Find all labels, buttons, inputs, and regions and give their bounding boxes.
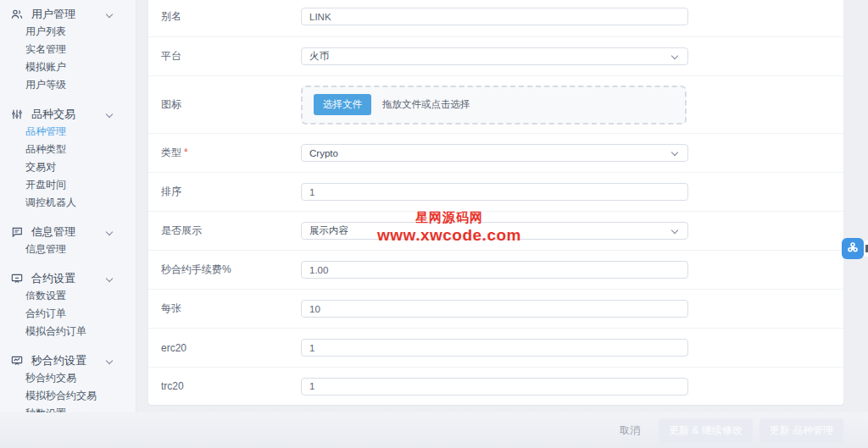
field-label-type: 类型* — [148, 146, 301, 160]
edge-panel-sliver[interactable] — [864, 241, 868, 257]
per-lot-input[interactable] — [301, 300, 688, 318]
choose-file-button[interactable]: 选择文件 — [314, 94, 371, 115]
sidebar-item[interactable]: 用户等级 — [0, 76, 136, 94]
update-button[interactable]: 更新 品种管理 — [760, 418, 843, 443]
floating-widget-button[interactable] — [842, 238, 864, 259]
type-select-value: Crypto — [309, 148, 338, 158]
display-select[interactable]: 展示内容 — [301, 222, 688, 240]
sidebar-item[interactable]: 倍数设置 — [0, 287, 136, 305]
second-contract-fee-input[interactable] — [301, 261, 688, 279]
sidebar-item[interactable]: 模拟合约订单 — [0, 323, 136, 340]
chevron-down-icon — [106, 275, 113, 282]
field-control — [301, 183, 688, 201]
sidebar-item[interactable]: 信息管理 — [0, 241, 136, 258]
sidebar-section-label: 用户管理 — [31, 7, 75, 22]
field-label-second-contract-fee: 秒合约手续费% — [148, 263, 301, 277]
message-icon — [9, 224, 24, 239]
sidebar-section-3[interactable]: 合约设置 — [0, 269, 136, 287]
sidebar-item[interactable]: 品种管理 — [0, 123, 136, 141]
icon-upload-dropzone[interactable]: 选择文件拖放文件或点击选择 — [301, 86, 687, 124]
field-control — [301, 339, 688, 357]
form-row-sort: 排序 — [148, 172, 843, 211]
cluster-nodes-icon — [846, 241, 860, 257]
form-row-erc20: erc20 — [148, 328, 843, 367]
sidebar: 用户管理用户列表实名管理模拟账户用户等级品种交易品种管理品种类型交易对开盘时间调… — [0, 0, 136, 448]
platform-select-value: 火币 — [309, 50, 329, 63]
upload-hint-text: 拖放文件或点击选择 — [382, 98, 470, 111]
sidebar-section-label: 秒合约设置 — [31, 353, 86, 368]
sliders-icon — [9, 107, 24, 121]
presentation-board-icon — [9, 271, 24, 285]
display-select-value: 展示内容 — [309, 224, 348, 237]
trc20-input[interactable] — [301, 378, 688, 395]
chart-board-icon — [9, 353, 24, 368]
field-control: 选择文件拖放文件或点击选择 — [301, 86, 688, 124]
sidebar-item[interactable]: 品种类型 — [0, 141, 136, 158]
type-select[interactable]: Crypto — [301, 144, 688, 162]
chevron-down-icon — [671, 149, 678, 156]
field-control — [301, 378, 688, 395]
footer-action-bar: 取消 更新 & 继续修改 更新 品种管理 — [0, 412, 868, 448]
field-label-display: 是否展示 — [148, 224, 301, 238]
form-row-trc20: trc20 — [148, 367, 843, 405]
update-and-continue-button[interactable]: 更新 & 继续修改 — [659, 418, 753, 443]
sidebar-item[interactable]: 交易对 — [0, 158, 136, 176]
users-icon — [9, 7, 24, 21]
form-card: 别名平台火币图标选择文件拖放文件或点击选择类型*Crypto排序是否展示展示内容… — [148, 0, 843, 405]
sidebar-section-4[interactable]: 秒合约设置 — [0, 351, 136, 369]
field-label-trc20: trc20 — [148, 380, 301, 392]
platform-select[interactable]: 火币 — [301, 47, 688, 65]
chevron-down-icon — [671, 227, 678, 234]
chevron-down-icon — [671, 53, 678, 59]
form-row-alias: 别名 — [148, 0, 843, 36]
sidebar-item[interactable]: 用户列表 — [0, 23, 136, 41]
sidebar-section-label: 信息管理 — [31, 224, 75, 240]
field-control — [301, 8, 688, 25]
field-control: Crypto — [301, 144, 688, 162]
sidebar-item[interactable]: 秒合约交易 — [0, 369, 136, 387]
field-label-sort: 排序 — [148, 185, 301, 199]
field-label-icon-upload: 图标 — [148, 97, 301, 112]
sidebar-item[interactable]: 开盘时间 — [0, 176, 136, 194]
alias-input[interactable] — [301, 8, 688, 25]
form-row-platform: 平台火币 — [148, 36, 843, 75]
field-label-erc20: erc20 — [148, 342, 301, 354]
field-control — [301, 300, 688, 318]
chevron-down-icon — [106, 229, 113, 235]
field-control: 展示内容 — [301, 222, 688, 240]
sidebar-item[interactable]: 模拟账户 — [0, 58, 136, 76]
field-control — [301, 261, 688, 279]
sort-input[interactable] — [301, 183, 688, 201]
chevron-down-icon — [106, 111, 113, 118]
form-row-type: 类型*Crypto — [148, 133, 843, 172]
field-label-per-lot: 每张 — [148, 301, 301, 316]
form-row-display: 是否展示展示内容 — [148, 211, 843, 250]
sidebar-item[interactable]: 调控机器人 — [0, 194, 136, 212]
sidebar-section-1[interactable]: 品种交易 — [0, 105, 136, 123]
sidebar-item[interactable]: 合约订单 — [0, 305, 136, 323]
chevron-down-icon — [106, 357, 113, 364]
erc20-input[interactable] — [301, 339, 688, 357]
field-control: 火币 — [301, 47, 688, 65]
sidebar-section-label: 品种交易 — [31, 107, 75, 122]
form-row-icon-upload: 图标选择文件拖放文件或点击选择 — [148, 75, 843, 133]
sidebar-section-label: 合约设置 — [31, 271, 75, 286]
sidebar-section-2[interactable]: 信息管理 — [0, 223, 136, 241]
chevron-down-icon — [106, 11, 113, 18]
form-row-second-contract-fee: 秒合约手续费% — [148, 250, 843, 289]
field-label-platform: 平台 — [148, 49, 301, 64]
sidebar-item[interactable]: 实名管理 — [0, 41, 136, 58]
field-label-alias: 别名 — [148, 9, 301, 24]
required-marker: * — [184, 147, 188, 158]
form-row-per-lot: 每张 — [148, 289, 843, 328]
sidebar-item[interactable]: 模拟秒合约交易 — [0, 387, 136, 405]
sidebar-section-0[interactable]: 用户管理 — [0, 5, 136, 23]
cancel-button[interactable]: 取消 — [620, 423, 640, 438]
